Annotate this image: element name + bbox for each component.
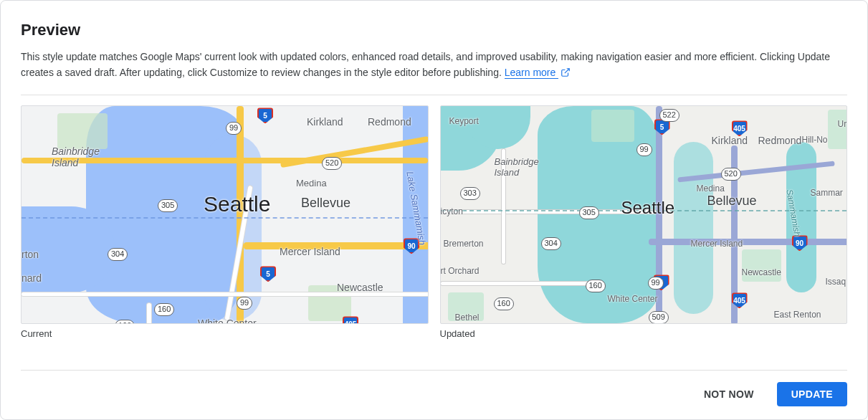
label-redmond: Redmond <box>368 116 411 128</box>
learn-more-link[interactable]: Learn more <box>505 67 558 79</box>
route-509: 509 <box>649 311 669 323</box>
label-issaq: Issaq <box>826 277 846 287</box>
label-kirkland: Kirkland <box>712 135 748 146</box>
external-link-icon <box>561 67 571 77</box>
route-160: 160 <box>494 297 514 310</box>
dialog-description: This style update matches Google Maps' c… <box>21 49 847 80</box>
route-99: 99 <box>648 277 664 289</box>
route-520: 520 <box>322 157 342 169</box>
route-99: 99 <box>237 297 252 309</box>
label-bainbridge: Bainbridge Island <box>52 145 100 168</box>
route-520: 520 <box>721 168 741 180</box>
shield-i5: 5 <box>260 266 276 282</box>
dialog-footer: NOT NOW UPDATE <box>21 370 847 406</box>
label-rton: rton <box>22 249 39 260</box>
map-current: 5 5 90 405 99 99 520 305 304 160 160 Sea… <box>21 105 429 324</box>
label-sammar: Sammar <box>811 188 843 198</box>
label-ur: Ur <box>838 119 847 129</box>
route-99: 99 <box>636 143 652 156</box>
map-updated-column: 5 5 90 405 405 522 99 99 520 305 304 303… <box>440 105 848 339</box>
label-portorchard: rt Orchard <box>441 266 480 276</box>
label-newcastle: Newcastle <box>742 267 781 277</box>
map-updated: 5 5 90 405 405 522 99 99 520 305 304 303… <box>440 105 848 324</box>
label-hillno: Hill-No <box>802 135 828 145</box>
route-160: 160 <box>154 303 174 315</box>
label-eastrenton: East Renton <box>774 310 821 320</box>
route-160: 160 <box>115 320 135 324</box>
svg-line-0 <box>565 68 569 72</box>
label-icyton: icyton <box>441 206 463 216</box>
label-seattle: Seattle <box>204 192 270 216</box>
divider <box>21 95 847 95</box>
label-whitecenter: White Center <box>198 318 257 324</box>
label-nard: nard <box>22 272 42 284</box>
shield-i5: 5 <box>257 108 273 123</box>
label-medina: Medina <box>697 183 725 194</box>
label-newcastle: Newcastle <box>337 282 383 293</box>
description-text: This style update matches Google Maps' c… <box>21 51 830 78</box>
route-99: 99 <box>226 122 242 134</box>
shield-i405: 405 <box>343 316 358 324</box>
route-304: 304 <box>108 248 128 260</box>
maps-row: 5 5 90 405 99 99 520 305 304 160 160 Sea… <box>21 105 847 339</box>
map-current-caption: Current <box>21 328 429 339</box>
route-160: 160 <box>586 280 606 292</box>
update-button[interactable]: UPDATE <box>777 382 847 406</box>
label-redmond: Redmond <box>758 135 802 146</box>
label-bainbridge: Bainbridge Island <box>495 156 539 178</box>
label-medina: Medina <box>296 178 327 188</box>
route-303: 303 <box>460 187 480 199</box>
not-now-button[interactable]: NOT NOW <box>690 382 768 406</box>
label-kirkland: Kirkland <box>307 116 343 128</box>
route-305: 305 <box>158 199 178 211</box>
route-522: 522 <box>659 109 679 121</box>
route-305: 305 <box>579 206 599 219</box>
dialog-title: Preview <box>21 21 847 39</box>
label-seattle: Seattle <box>621 198 675 218</box>
preview-dialog: Preview This style update matches Google… <box>0 0 868 420</box>
label-whitecenter: White Center <box>608 294 658 304</box>
label-bellevue: Bellevue <box>301 196 350 211</box>
label-bremerton: Bremerton <box>444 239 484 249</box>
map-current-column: 5 5 90 405 99 99 520 305 304 160 160 Sea… <box>21 105 429 339</box>
ferry-route <box>22 217 428 219</box>
map-updated-caption: Updated <box>440 328 848 339</box>
label-bethel: Bethel <box>455 312 480 323</box>
label-keyport: Keyport <box>449 116 479 126</box>
learn-more-label: Learn more <box>505 67 556 78</box>
route-304: 304 <box>541 237 561 249</box>
label-mercer: Mercer Island <box>280 246 340 257</box>
label-bellevue: Bellevue <box>707 194 757 209</box>
label-mercer: Mercer Island <box>691 239 743 249</box>
